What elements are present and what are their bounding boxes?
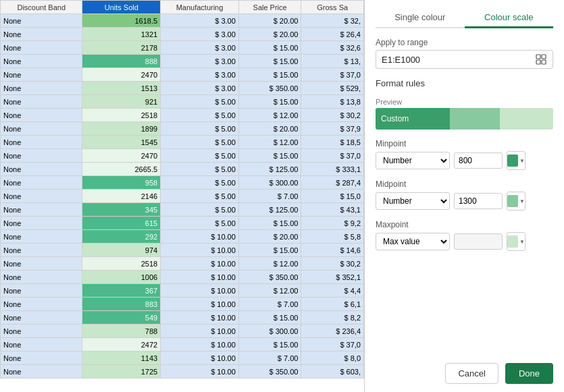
- cell-g[interactable]: $ 15.00: [238, 217, 301, 230]
- cell-f[interactable]: $ 3.00: [161, 55, 239, 68]
- cell-e[interactable]: 958: [82, 176, 161, 190]
- cell-h[interactable]: $ 8,0: [301, 352, 364, 365]
- cell-e[interactable]: 1545: [82, 136, 161, 149]
- cell-g[interactable]: $ 15.00: [238, 244, 301, 257]
- cell-e[interactable]: 1725: [82, 365, 161, 379]
- cell-f[interactable]: $ 10.00: [161, 325, 239, 338]
- cell-d[interactable]: None: [1, 298, 82, 311]
- cell-h[interactable]: $ 37,0: [301, 149, 364, 163]
- cell-d[interactable]: None: [1, 82, 82, 95]
- cell-f[interactable]: $ 10.00: [161, 244, 239, 257]
- cell-d[interactable]: None: [1, 338, 82, 352]
- cell-e[interactable]: 2470: [82, 149, 161, 163]
- midpoint-value-input[interactable]: [454, 193, 503, 209]
- col-h-header[interactable]: Gross Sa: [301, 1, 364, 14]
- cell-g[interactable]: $ 20.00: [238, 122, 301, 136]
- cell-h[interactable]: $ 9,2: [301, 217, 364, 230]
- cell-f[interactable]: $ 5.00: [161, 203, 239, 217]
- midpoint-color-swatch[interactable]: ▼: [507, 192, 525, 211]
- cell-d[interactable]: None: [1, 311, 82, 325]
- cell-d[interactable]: None: [1, 14, 82, 28]
- cell-e[interactable]: 615: [82, 217, 161, 230]
- cell-h[interactable]: $ 15,0: [301, 190, 364, 203]
- col-f-header[interactable]: Manufacturing: [161, 1, 239, 14]
- cell-g[interactable]: $ 350.00: [238, 271, 301, 284]
- grid-select-icon[interactable]: [535, 53, 547, 65]
- cell-d[interactable]: None: [1, 149, 82, 163]
- cell-d[interactable]: None: [1, 95, 82, 109]
- col-d-header[interactable]: Discount Band: [1, 1, 82, 14]
- midpoint-type-select[interactable]: Number Percent Percentile None: [376, 192, 450, 210]
- done-button[interactable]: Done: [505, 363, 553, 384]
- cell-d[interactable]: None: [1, 257, 82, 271]
- cell-d[interactable]: None: [1, 365, 82, 379]
- cell-d[interactable]: None: [1, 190, 82, 203]
- col-e-header[interactable]: Units Sold: [82, 1, 161, 14]
- cell-g[interactable]: $ 15.00: [238, 311, 301, 325]
- cell-h[interactable]: $ 14,6: [301, 244, 364, 257]
- cell-g[interactable]: $ 125.00: [238, 203, 301, 217]
- cell-h[interactable]: $ 603,: [301, 365, 364, 379]
- cell-h[interactable]: $ 37,0: [301, 338, 364, 352]
- cell-h[interactable]: $ 13,8: [301, 95, 364, 109]
- cell-f[interactable]: $ 10.00: [161, 284, 239, 298]
- cell-g[interactable]: $ 12.00: [238, 257, 301, 271]
- maxpoint-type-select[interactable]: Max value Number Percent Percentile: [376, 233, 450, 250]
- cell-f[interactable]: $ 5.00: [161, 109, 239, 122]
- cell-g[interactable]: $ 20.00: [238, 28, 301, 41]
- cell-h[interactable]: $ 18,5: [301, 136, 364, 149]
- cell-h[interactable]: $ 26,4: [301, 28, 364, 41]
- cell-h[interactable]: $ 30,2: [301, 257, 364, 271]
- cell-h[interactable]: $ 236,4: [301, 325, 364, 338]
- cell-f[interactable]: $ 10.00: [161, 311, 239, 325]
- cell-f[interactable]: $ 5.00: [161, 122, 239, 136]
- tab-colour-scale[interactable]: Colour scale: [465, 8, 554, 28]
- cell-e[interactable]: 1899: [82, 122, 161, 136]
- cell-f[interactable]: $ 5.00: [161, 163, 239, 176]
- cell-g[interactable]: $ 20.00: [238, 14, 301, 28]
- col-g-header[interactable]: Sale Price: [238, 1, 301, 14]
- cell-g[interactable]: $ 7.00: [238, 352, 301, 365]
- maxpoint-value-input[interactable]: [454, 233, 503, 250]
- cell-g[interactable]: $ 125.00: [238, 163, 301, 176]
- cell-h[interactable]: $ 43,1: [301, 203, 364, 217]
- cell-g[interactable]: $ 300.00: [238, 325, 301, 338]
- cell-f[interactable]: $ 10.00: [161, 271, 239, 284]
- cell-f[interactable]: $ 5.00: [161, 190, 239, 203]
- cell-d[interactable]: None: [1, 122, 82, 136]
- cell-e[interactable]: 2178: [82, 41, 161, 55]
- cell-g[interactable]: $ 7.00: [238, 298, 301, 311]
- cell-d[interactable]: None: [1, 136, 82, 149]
- cell-f[interactable]: $ 5.00: [161, 149, 239, 163]
- cell-e[interactable]: 292: [82, 230, 161, 244]
- cell-d[interactable]: None: [1, 163, 82, 176]
- cell-h[interactable]: $ 4,4: [301, 284, 364, 298]
- maxpoint-color-swatch[interactable]: ▼: [507, 232, 525, 251]
- cell-f[interactable]: $ 10.00: [161, 338, 239, 352]
- cell-f[interactable]: $ 3.00: [161, 28, 239, 41]
- cell-g[interactable]: $ 15.00: [238, 41, 301, 55]
- cell-e[interactable]: 788: [82, 325, 161, 338]
- cell-e[interactable]: 2518: [82, 109, 161, 122]
- cell-g[interactable]: $ 15.00: [238, 338, 301, 352]
- cell-h[interactable]: $ 32,6: [301, 41, 364, 55]
- cell-f[interactable]: $ 5.00: [161, 95, 239, 109]
- cell-h[interactable]: $ 333,1: [301, 163, 364, 176]
- cell-e[interactable]: 921: [82, 95, 161, 109]
- cell-f[interactable]: $ 10.00: [161, 298, 239, 311]
- cell-f[interactable]: $ 10.00: [161, 365, 239, 379]
- cell-g[interactable]: $ 15.00: [238, 95, 301, 109]
- cell-e[interactable]: 1618.5: [82, 14, 161, 28]
- cell-h[interactable]: $ 37,9: [301, 122, 364, 136]
- cell-d[interactable]: None: [1, 230, 82, 244]
- cell-g[interactable]: $ 15.00: [238, 55, 301, 68]
- cell-d[interactable]: None: [1, 176, 82, 190]
- cell-d[interactable]: None: [1, 325, 82, 338]
- cell-h[interactable]: $ 529,: [301, 82, 364, 95]
- cell-d[interactable]: None: [1, 68, 82, 82]
- cell-h[interactable]: $ 5,8: [301, 230, 364, 244]
- cell-e[interactable]: 1321: [82, 28, 161, 41]
- cell-h[interactable]: $ 287,4: [301, 176, 364, 190]
- minpoint-value-input[interactable]: [454, 152, 503, 169]
- cell-e[interactable]: 1143: [82, 352, 161, 365]
